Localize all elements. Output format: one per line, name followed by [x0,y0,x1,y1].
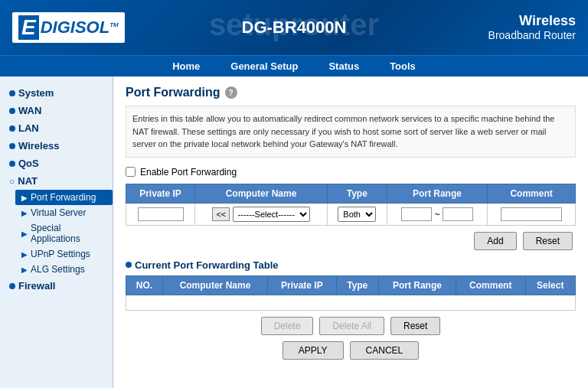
port-range-end-input[interactable] [443,207,473,221]
lookup-button[interactable]: << [212,207,230,221]
th-comment: Comment [488,184,576,203]
header: setuprouter E DIGISOLTM DG-BR4000N Wirel… [0,0,588,55]
enable-row: Enable Port Forwarding [126,167,576,178]
dot-icon [9,143,15,149]
nat-submenu: ▶ Port Forwarding ▶ Virtual Server ▶ Spe… [0,190,113,277]
port-range-cell: ~ [387,203,488,225]
sidebar-item-nat[interactable]: ○ NAT [0,172,113,190]
reset-form-button[interactable]: Reset [523,232,573,250]
logo-e: E [18,15,39,40]
nav-status[interactable]: Status [328,60,359,72]
page-title-row: Port Forwarding ? [126,86,576,99]
arrow-icon: ▶ [21,230,28,238]
arrow-icon: ▶ [21,209,28,217]
cancel-button[interactable]: CANCEL [350,341,420,360]
sidebar-subitem-upnp-settings[interactable]: ▶ UPnP Settings [15,246,113,262]
comment-cell [488,203,576,225]
port-range-separator: ~ [434,209,442,220]
form-table: Private IP Computer Name Type Port Range… [126,184,576,226]
col-comment: Comment [456,275,525,295]
page-title: Port Forwarding [126,86,220,99]
th-type: Type [327,184,387,203]
sidebar-subitem-virtual-server[interactable]: ▶ Virtual Server [15,205,113,220]
delete-all-button[interactable]: Delete All [319,317,384,335]
header-right: Wireless Broadband Router [488,13,576,42]
dot-icon [9,283,15,289]
navbar: Home General Setup Status Tools [0,55,588,77]
th-computer-name: Computer Name [195,184,328,203]
th-private-ip: Private IP [126,184,195,203]
help-icon[interactable]: ? [225,86,237,99]
header-model-block: DG-BR4000N [242,18,347,37]
type-select[interactable]: Both TCP UDP [338,207,376,222]
sidebar-item-firewall[interactable]: Firewall [0,277,113,295]
sidebar-subitem-alg-settings[interactable]: ▶ ALG Settings [15,262,113,277]
add-button[interactable]: Add [474,232,516,250]
col-select: Select [525,275,576,295]
logo-igisol: DIGISOLTM [41,18,119,37]
port-range-start-input[interactable] [401,207,432,221]
main-layout: System WAN LAN Wireless QoS ○ NAT ▶ Port… [0,77,588,388]
dot-icon [9,125,15,132]
sidebar-subitem-port-forwarding[interactable]: ▶ Port Forwarding [15,190,113,205]
arrow-icon: ▶ [21,250,28,259]
computer-name-cell: << ------Select------ [195,203,328,225]
type-cell: Both TCP UDP [327,203,387,225]
nav-tools[interactable]: Tools [390,60,416,72]
sidebar: System WAN LAN Wireless QoS ○ NAT ▶ Port… [0,77,113,388]
model-name: DG-BR4000N [242,18,347,37]
col-computer-name: Computer Name [162,275,267,295]
apply-button[interactable]: APPLY [283,341,344,360]
bottom-btn-row: APPLY CANCEL [126,341,576,360]
reset-table-button[interactable]: Reset [390,317,440,335]
col-no: NO. [126,275,163,295]
sidebar-item-system[interactable]: System [0,84,113,102]
arrow-icon: ▶ [21,194,28,202]
logo: E DIGISOLTM [12,12,125,43]
form-btn-row: Add Reset [126,232,576,250]
content-area: Port Forwarding ? Entries in this table … [113,77,588,388]
sidebar-subitem-special-applications[interactable]: ▶ Special Applications [15,220,113,246]
enable-label: Enable Port Forwarding [140,167,237,178]
dot-icon [9,108,15,114]
nav-home[interactable]: Home [172,60,200,72]
table-section-header: Current Port Forwarding Table [126,259,576,271]
data-table: NO. Computer Name Private IP Type Port R… [126,275,576,311]
col-type: Type [336,275,378,295]
nav-general-setup[interactable]: General Setup [230,60,298,72]
header-broadband: Broadband Router [488,29,576,42]
dot-icon [9,90,15,96]
description-text: Entries in this table allow you to autom… [126,106,576,158]
form-input-row: << ------Select------ Both TCP UDP [126,203,576,225]
enable-checkbox[interactable] [126,167,136,177]
private-ip-cell [126,203,195,225]
table-btn-row: Delete Delete All Reset [126,317,576,335]
sidebar-item-qos[interactable]: QoS [0,155,113,172]
sidebar-item-wireless[interactable]: Wireless [0,137,113,155]
delete-button[interactable]: Delete [261,317,314,335]
sidebar-item-lan[interactable]: LAN [0,119,113,137]
col-private-ip: Private IP [268,275,337,295]
table-section-title: Current Port Forwarding Table [135,259,279,271]
table-empty-row [126,295,576,310]
section-dot-icon [126,262,132,268]
col-port-range: Port Range [378,275,456,295]
header-wireless: Wireless [488,13,576,30]
arrow-icon: ▶ [21,266,28,274]
private-ip-input[interactable] [138,207,184,221]
computer-name-select[interactable]: ------Select------ [233,207,310,222]
th-port-range: Port Range [387,184,488,203]
sidebar-item-wan[interactable]: WAN [0,102,113,119]
comment-input[interactable] [501,207,562,221]
dot-icon [9,161,15,167]
